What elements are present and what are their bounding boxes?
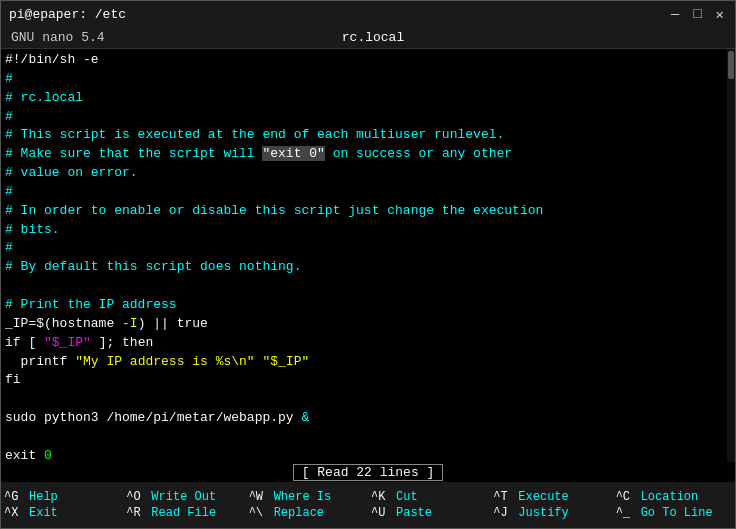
- shortcut-key-execute: ^T: [493, 490, 515, 504]
- shortcut-col-1: ^G Help ^X Exit: [1, 482, 123, 528]
- editor-line: # By default this script does nothing.: [5, 258, 723, 277]
- statusbar: [ Read 22 lines ]: [1, 462, 735, 482]
- editor-line: #: [5, 239, 723, 258]
- shortcuts-bar: ^G Help ^X Exit ^O Write Out ^R Read Fil…: [1, 482, 735, 528]
- shortcut-read[interactable]: ^R Read File: [126, 505, 242, 521]
- editor-line: # bits.: [5, 221, 723, 240]
- shortcut-label-help: Help: [29, 490, 58, 504]
- scroll-thumb: [728, 51, 734, 79]
- editor-line: #: [5, 183, 723, 202]
- shortcut-key-goto: ^_: [616, 506, 638, 520]
- main-area: #!/bin/sh -e # # rc.local # # This scrip…: [1, 49, 735, 462]
- shortcut-help: ^G Help: [4, 489, 120, 505]
- editor-line: printf "My IP address is %s\n" "$_IP": [5, 353, 723, 372]
- shortcut-label-paste: Paste: [396, 506, 432, 520]
- shortcut-write[interactable]: ^O Write Out: [126, 489, 242, 505]
- editor-line: [5, 390, 723, 409]
- shortcut-col-2: ^O Write Out ^R Read File: [123, 482, 245, 528]
- editor-line: #: [5, 70, 723, 89]
- editor-line: if [ "$_IP" ]; then: [5, 334, 723, 353]
- shortcut-paste[interactable]: ^U Paste: [371, 505, 487, 521]
- terminal-window: pi@epaper: /etc — □ ✕ GNU nano 5.4 rc.lo…: [0, 0, 736, 529]
- shortcut-goto[interactable]: ^_ Go To Line: [616, 505, 732, 521]
- shortcut-key-where: ^W: [249, 490, 271, 504]
- shortcut-label-justify: Justify: [518, 506, 568, 520]
- shortcut-key-read: ^R: [126, 506, 148, 520]
- editor-line: # This script is executed at the end of …: [5, 126, 723, 145]
- shortcut-label-write: Write Out: [151, 490, 216, 504]
- editor-line: [5, 428, 723, 447]
- shortcut-label-read: Read File: [151, 506, 216, 520]
- shortcut-replace[interactable]: ^\ Replace: [249, 505, 365, 521]
- editor-line: # Print the IP address: [5, 296, 723, 315]
- shortcut-execute[interactable]: ^T Execute: [493, 489, 609, 505]
- shortcut-key-replace: ^\: [249, 506, 271, 520]
- shortcut-label-exit: Exit: [29, 506, 58, 520]
- titlebar: pi@epaper: /etc — □ ✕: [1, 1, 735, 27]
- editor-line: [5, 277, 723, 296]
- shortcut-col-3: ^W Where Is ^\ Replace: [246, 482, 368, 528]
- shortcut-key-cut: ^K: [371, 490, 393, 504]
- editor-line: # In order to enable or disable this scr…: [5, 202, 723, 221]
- editor-line: #: [5, 108, 723, 127]
- editor-line: sudo python3 /home/pi/metar/webapp.py &: [5, 409, 723, 428]
- titlebar-controls: — □ ✕: [668, 6, 727, 23]
- titlebar-title: pi@epaper: /etc: [9, 7, 126, 22]
- shortcut-col-5: ^T Execute ^J Justify: [490, 482, 612, 528]
- shortcut-location[interactable]: ^C Location: [616, 489, 732, 505]
- shortcut-label-execute: Execute: [518, 490, 568, 504]
- filename: rc.local: [252, 30, 493, 45]
- shortcut-cut[interactable]: ^K Cut: [371, 489, 487, 505]
- close-button[interactable]: ✕: [713, 6, 727, 23]
- editor-line: # rc.local: [5, 89, 723, 108]
- editor-line: #!/bin/sh -e: [5, 51, 723, 70]
- minimize-button[interactable]: —: [668, 6, 682, 23]
- shortcut-col-6: ^C Location ^_ Go To Line: [613, 482, 735, 528]
- scrollbar[interactable]: [727, 49, 735, 462]
- shortcut-label-cut: Cut: [396, 490, 418, 504]
- editor-line: # value on error.: [5, 164, 723, 183]
- shortcut-key-justify: ^J: [493, 506, 515, 520]
- editor-line: _IP=$(hostname -I) || true: [5, 315, 723, 334]
- shortcut-label-where: Where Is: [274, 490, 332, 504]
- editor-line: exit 0: [5, 447, 723, 462]
- shortcut-label-location: Location: [641, 490, 699, 504]
- shortcut-key-paste: ^U: [371, 506, 393, 520]
- status-message: [ Read 22 lines ]: [293, 464, 444, 481]
- maximize-button[interactable]: □: [690, 6, 704, 23]
- shortcut-label-goto: Go To Line: [641, 506, 713, 520]
- shortcut-key-write: ^O: [126, 490, 148, 504]
- shortcut-key-location: ^C: [616, 490, 638, 504]
- nano-version: GNU nano 5.4: [1, 30, 252, 45]
- shortcut-justify[interactable]: ^J Justify: [493, 505, 609, 521]
- editor-wrapper: #!/bin/sh -e # # rc.local # # This scrip…: [1, 49, 727, 462]
- shortcut-key-help: ^G: [4, 490, 26, 504]
- shortcut-where[interactable]: ^W Where Is: [249, 489, 365, 505]
- editor[interactable]: #!/bin/sh -e # # rc.local # # This scrip…: [1, 49, 727, 462]
- nano-header: GNU nano 5.4 rc.local: [1, 27, 735, 49]
- editor-line: fi: [5, 371, 723, 390]
- shortcut-label-replace: Replace: [274, 506, 324, 520]
- shortcut-exit[interactable]: ^X Exit: [4, 505, 120, 521]
- shortcut-col-4: ^K Cut ^U Paste: [368, 482, 490, 528]
- editor-line: # Make sure that the script will "exit 0…: [5, 145, 723, 164]
- shortcut-key-exit: ^X: [4, 506, 26, 520]
